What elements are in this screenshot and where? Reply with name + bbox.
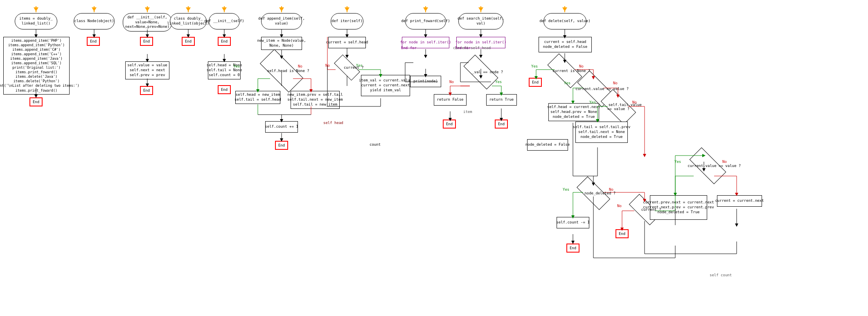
print-start-node: def print_foward(self)	[405, 13, 446, 29]
append-diamond-container: self.head is None ?	[261, 61, 302, 81]
doubly-class-node: class doubly_ linked_list(object)	[170, 13, 207, 29]
entry-triangle-search	[478, 7, 483, 11]
iter-diamond-label: current ?	[330, 61, 363, 74]
delete-false-node: node_deleted = False	[527, 139, 568, 151]
entry-triangle-init1	[145, 7, 150, 11]
append-count-node: self.count += 1	[265, 121, 298, 133]
self-count-label: self count	[710, 273, 732, 277]
self-head-label: self head	[323, 121, 343, 125]
search-yes-label: Yes	[495, 80, 502, 84]
print-end-for-label: End for	[401, 46, 417, 50]
main-end: End	[29, 97, 43, 106]
search-true-node: return True	[486, 94, 517, 106]
item-label: item	[463, 110, 472, 114]
init1-body-node: self.value = value self.next = next self…	[125, 61, 169, 79]
entry-triangle-main	[34, 7, 38, 11]
init2-start-node: def __init__(self)	[209, 13, 240, 29]
iter-start-node: def iter(self)	[331, 13, 363, 29]
entry-triangle-append	[279, 7, 284, 11]
main-body-node: items.append_item('PHP') items.append_it…	[3, 37, 70, 95]
entry-triangle-init2	[222, 7, 227, 11]
flowchart-canvas: items = doubly_ linked_list() items.appe…	[0, 0, 868, 316]
print-node-node: print(node)	[410, 76, 441, 87]
delete-d3-container: self.tail.value == value ?	[596, 96, 641, 118]
search-end2: End	[495, 120, 508, 129]
node-class-node: class Node(object)	[74, 13, 115, 29]
iter-diamond-container: current ?	[331, 57, 363, 78]
entry-triangle-print	[423, 7, 428, 11]
d1-yes-label: Yes	[531, 64, 538, 68]
append-new-node: new_item = Node(value, None, None)	[261, 37, 302, 50]
doubly-class-end: End	[182, 37, 195, 46]
search-diamond-label: _val == node ?	[459, 66, 503, 78]
main-start-node: items = doubly_ linked_list()	[15, 13, 57, 29]
delete-start-node: def delete(self, value)	[543, 13, 586, 29]
append-start-node: def append_item(self, value)	[261, 13, 302, 29]
entry-triangle-node	[92, 7, 97, 11]
search-end1: End	[443, 120, 456, 129]
delete-tail-node: self.tail = self.tail.prev self.tail.nex…	[575, 122, 628, 143]
append-diamond-label: self.head is None ?	[254, 65, 309, 77]
delete-body-node: current = self.head node_deleted = False	[539, 37, 592, 52]
d5-yes-label: Yes	[563, 187, 569, 192]
entry-triangle-doubly	[186, 7, 191, 11]
delete-d3-label: self.tail.value == value ?	[595, 99, 642, 115]
entry-triangle-iter	[345, 7, 349, 11]
iter-body2-node: item_val = current.value current = curre…	[361, 75, 410, 96]
delete-d1-label: current is None ?	[539, 65, 591, 77]
node-class-end: End	[87, 37, 100, 46]
delete-d6-label: current ?	[628, 203, 661, 216]
iter-body-node: current = self.head	[328, 37, 366, 48]
d6-no-label: No	[617, 204, 622, 208]
append-end: End	[275, 141, 288, 150]
delete-head-node: self.head = current.next self.head.prev …	[548, 103, 599, 121]
count-label: count	[370, 142, 381, 147]
iter-no-label: No	[325, 63, 330, 68]
delete-d2-label: current.value == value ?	[562, 83, 629, 95]
delete-d4-container: current.value == value ?	[685, 155, 730, 177]
init1-start-node: def __init__(self, value=None, next=None…	[123, 13, 172, 32]
delete-d4-label: current.value == value ?	[674, 160, 741, 172]
current-self-head-label: current self head	[453, 46, 491, 50]
delete-current-node: current = current.next	[717, 195, 762, 207]
search-no-label: No	[449, 80, 454, 84]
delete-d5-container: node_deleted ?	[573, 183, 614, 203]
init1-end2: End	[140, 86, 153, 95]
init2-end2: End	[218, 85, 231, 94]
delete-d6-end: End	[615, 229, 629, 238]
init2-end1: End	[218, 37, 231, 46]
delete-count-node: self.count -= 1	[557, 217, 589, 228]
search-false-node: return False	[434, 94, 467, 106]
append-yes-node: self.head = new_item self.tail = self.he…	[235, 91, 280, 104]
entry-triangle-delete	[562, 7, 567, 11]
append-yes-label: Yes	[233, 64, 240, 68]
delete-d5-label: node_deleted ?	[571, 187, 615, 199]
delete-count-end: End	[566, 244, 579, 253]
append-no-node: new_item.prev = self.tail self.tail.next…	[291, 91, 340, 109]
delete-d1-end: End	[529, 78, 542, 87]
search-start-node: def search_item(self, val)	[458, 13, 503, 29]
init1-end1: End	[140, 37, 153, 46]
